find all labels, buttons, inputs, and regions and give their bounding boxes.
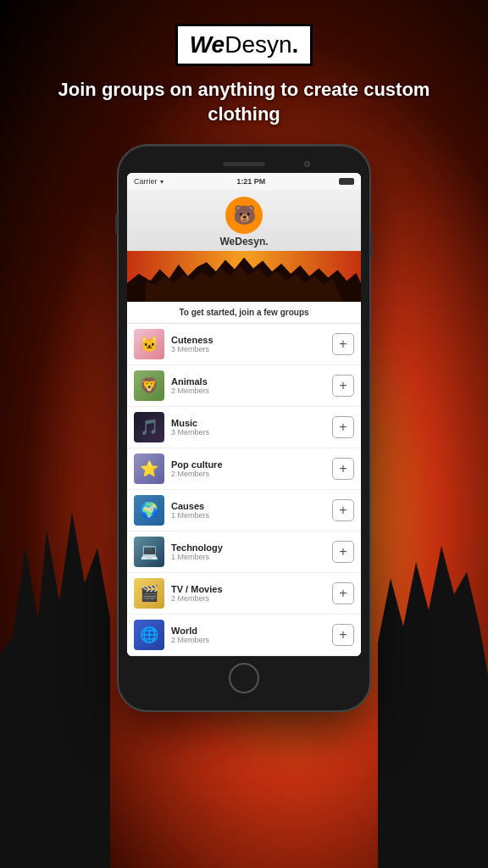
group-info: Technology1 Members xyxy=(171,542,325,561)
phone-speaker xyxy=(223,162,265,166)
phone-mockup: Carrier ▾ 1:21 PM 🐻 WeDesyn. xyxy=(117,144,371,712)
phone-home-button[interactable] xyxy=(229,663,259,693)
group-info: Animals2 Members xyxy=(171,376,325,395)
group-add-button[interactable]: + xyxy=(332,582,354,604)
group-info: TV / Movies2 Members xyxy=(171,584,325,603)
carrier-info: Carrier ▾ xyxy=(134,177,164,186)
group-thumbnail: 🎵 xyxy=(134,412,164,442)
logo-desyn: Desyn xyxy=(225,31,291,58)
group-members-count: 1 Members xyxy=(171,511,325,520)
group-members-count: 2 Members xyxy=(171,387,325,395)
phone-volume-button xyxy=(115,214,118,234)
group-add-button[interactable]: + xyxy=(332,375,354,397)
group-thumbnail: 🌍 xyxy=(134,495,164,526)
group-add-button[interactable]: + xyxy=(332,458,354,480)
group-add-button[interactable]: + xyxy=(332,624,354,646)
list-item: 💻Technology1 Members+ xyxy=(127,531,361,573)
list-item: 🎬TV / Movies2 Members+ xyxy=(127,573,361,615)
group-add-button[interactable]: + xyxy=(332,416,354,438)
group-name: Music xyxy=(171,418,325,428)
group-thumbnail: ⭐ xyxy=(134,453,164,484)
group-thumbnail: 💻 xyxy=(134,537,164,567)
group-name: Cuteness xyxy=(171,335,325,345)
group-members-count: 3 Members xyxy=(171,428,325,437)
group-thumbnail: 🐱 xyxy=(134,329,164,359)
logo-dot: . xyxy=(292,31,299,58)
status-bar: Carrier ▾ 1:21 PM xyxy=(127,173,361,190)
group-info: Music3 Members xyxy=(171,418,325,437)
group-members-count: 1 Members xyxy=(171,553,325,561)
group-thumbnail: 🌐 xyxy=(134,620,164,650)
bear-icon: 🐻 xyxy=(233,204,256,226)
prompt-text: To get started, join a few groups xyxy=(179,308,308,317)
app-logo-circle: 🐻 xyxy=(225,197,263,234)
group-members-count: 2 Members xyxy=(171,636,325,644)
group-info: Pop culture2 Members xyxy=(171,459,325,478)
group-info: Causes1 Members xyxy=(171,501,325,520)
list-item: 🌐World2 Members+ xyxy=(127,615,361,656)
list-item: 🌍Causes1 Members+ xyxy=(127,490,361,531)
carrier-label: Carrier xyxy=(134,177,158,186)
list-item: 🐱Cuteness3 Members+ xyxy=(127,324,361,365)
list-item: ⭐Pop culture2 Members+ xyxy=(127,448,361,490)
group-name: Animals xyxy=(171,376,325,387)
phone-camera xyxy=(304,161,310,167)
group-thumbnail: 🦁 xyxy=(134,370,164,401)
prompt-bar: To get started, join a few groups xyxy=(127,302,361,324)
group-thumbnail: 🎬 xyxy=(134,578,164,609)
crowd-right-silhouette xyxy=(378,546,488,868)
group-name: Pop culture xyxy=(171,459,325,470)
app-banner xyxy=(127,251,361,302)
group-add-button[interactable]: + xyxy=(332,541,354,563)
tagline: Join groups on anything to create custom… xyxy=(0,78,488,126)
list-item: 🎵Music3 Members+ xyxy=(127,407,361,448)
group-name: Technology xyxy=(171,542,325,553)
header-area: WeDesyn. Join groups on anything to crea… xyxy=(0,0,488,126)
wifi-icon: ▾ xyxy=(160,178,164,186)
list-item: 🦁Animals2 Members+ xyxy=(127,365,361,407)
phone-screen: Carrier ▾ 1:21 PM 🐻 WeDesyn. xyxy=(127,173,361,656)
group-add-button[interactable]: + xyxy=(332,499,354,521)
group-name: Causes xyxy=(171,501,325,511)
phone-top-bar xyxy=(127,158,361,170)
phone-outer-shell: Carrier ▾ 1:21 PM 🐻 WeDesyn. xyxy=(117,144,371,712)
battery-icon xyxy=(339,178,354,185)
brand-logo-box: WeDesyn. xyxy=(175,24,313,66)
logo-we: We xyxy=(190,31,225,58)
group-members-count: 3 Members xyxy=(171,345,325,353)
app-logo-text: WeDesyn. xyxy=(127,236,361,248)
phone-power-button xyxy=(370,231,373,258)
group-add-button[interactable]: + xyxy=(332,333,354,355)
group-info: Cuteness3 Members xyxy=(171,335,325,353)
app-header: 🐻 WeDesyn. xyxy=(127,190,361,251)
group-list: 🐱Cuteness3 Members+🦁Animals2 Members+🎵Mu… xyxy=(127,324,361,656)
group-members-count: 2 Members xyxy=(171,470,325,478)
group-name: TV / Movies xyxy=(171,584,325,594)
status-time: 1:21 PM xyxy=(236,177,265,186)
group-members-count: 2 Members xyxy=(171,594,325,603)
group-info: World2 Members xyxy=(171,626,325,644)
app-logo-bold: We xyxy=(219,236,235,248)
group-name: World xyxy=(171,626,325,636)
